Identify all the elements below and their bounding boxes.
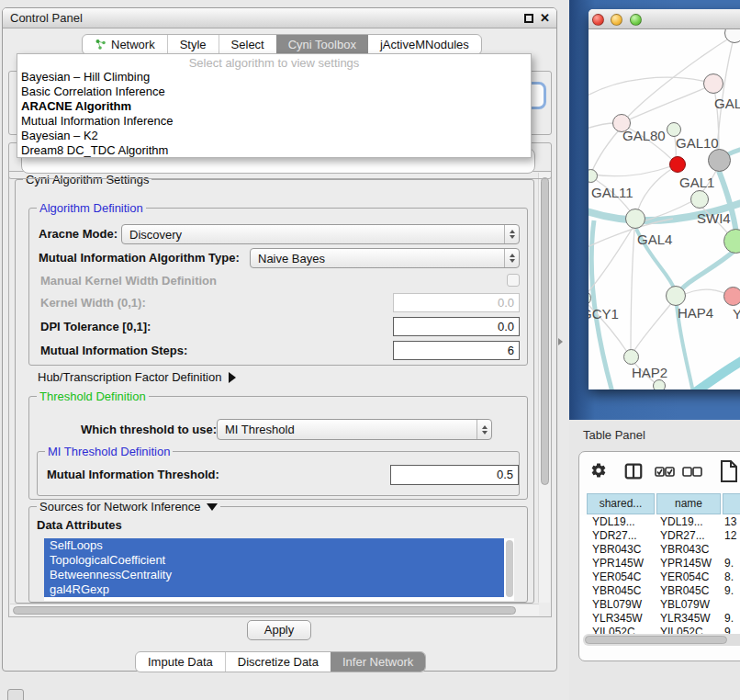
manual-kernel-checkbox[interactable]: [507, 274, 520, 287]
tab-discretize-data[interactable]: Discretize Data: [225, 652, 331, 672]
list-item-gal4rgexp[interactable]: gal4RGexp: [44, 582, 504, 597]
cell-name[interactable]: YDL19...: [660, 515, 703, 529]
tab-jactivemnodules-label: jActiveMNodules: [380, 35, 469, 54]
cell-shared-name[interactable]: YBR043C: [592, 543, 641, 557]
table-horizontal-scrollbar-thumb[interactable]: [585, 636, 727, 644]
split-columns-icon[interactable]: [623, 461, 644, 481]
tab-infer-network[interactable]: Infer Network: [331, 652, 425, 672]
list-item-topologicalcoefficient[interactable]: TopologicalCoefficient: [44, 553, 504, 568]
tab-infer-network-label: Infer Network: [342, 652, 413, 672]
minimized-panel-icon[interactable]: [7, 689, 24, 700]
cell-shared-name[interactable]: YBL079W: [592, 598, 642, 612]
table-row[interactable]: YLR345W YLR345W 9.: [579, 612, 740, 626]
tab-select[interactable]: Select: [219, 35, 276, 54]
cell-value[interactable]: 9.: [724, 612, 734, 626]
hub-definition-expander[interactable]: Hub/Transcription Factor Definition: [38, 370, 236, 384]
dpi-tolerance-field[interactable]: 0.0: [393, 317, 520, 336]
cell-shared-name[interactable]: YDL19...: [592, 515, 635, 529]
select-all-rows-icon[interactable]: [655, 467, 675, 478]
horizontal-scrollbar-thumb[interactable]: [13, 606, 516, 615]
dropdown-item-bayesian-hill-climbing[interactable]: Bayesian – Hill Climbing: [17, 70, 531, 85]
table-row[interactable]: YDL19... YDL19... 13: [579, 515, 740, 529]
cell-value[interactable]: 9.: [724, 584, 734, 598]
deselect-rows-icon[interactable]: [682, 467, 702, 478]
cell-value[interactable]: 9.: [724, 557, 734, 570]
cell-name[interactable]: YLR345W: [660, 612, 711, 626]
cell-name[interactable]: YBL079W: [660, 598, 710, 612]
cell-shared-name[interactable]: YPR145W: [592, 557, 644, 570]
dropdown-item-basic-correlation[interactable]: Basic Correlation Inference: [17, 85, 531, 99]
node-gal1[interactable]: [690, 190, 709, 209]
cell-shared-name[interactable]: YLR345W: [592, 612, 643, 626]
dropdown-item-mutual-information[interactable]: Mutual Information Inference: [17, 114, 531, 129]
mi-steps-field[interactable]: 6: [393, 341, 520, 360]
mi-threshold-field[interactable]: 0.5: [390, 465, 519, 485]
aracne-mode-combo[interactable]: Discovery: [121, 224, 520, 244]
minimize-traffic-light-icon[interactable]: [611, 14, 622, 26]
control-panel-title: Control Panel: [10, 8, 83, 28]
panel-splitter-handle[interactable]: [558, 338, 563, 345]
list-item-selfloops[interactable]: SelfLoops: [44, 538, 504, 553]
zoom-traffic-light-icon[interactable]: [630, 14, 642, 26]
dropdown-item-aracne[interactable]: ARACNE Algorithm: [17, 99, 531, 114]
node-y-partial[interactable]: [723, 287, 740, 306]
stepper-arrows-icon: [504, 225, 519, 243]
table-row[interactable]: YBR043C YBR043C: [579, 543, 740, 557]
table-row[interactable]: YER054C YER054C 8.: [579, 570, 740, 584]
cell-value[interactable]: 13: [724, 515, 736, 529]
which-threshold-combo[interactable]: MI Threshold: [217, 419, 492, 440]
manual-kernel-label: Manual Kernel Width Definition: [40, 275, 217, 288]
aracne-mode-label: Aracne Mode:: [39, 224, 118, 244]
cell-name[interactable]: YBR043C: [660, 543, 709, 557]
tab-network[interactable]: Network: [83, 35, 167, 54]
apply-button[interactable]: Apply: [247, 620, 311, 640]
cell-value[interactable]: 8.: [724, 570, 734, 584]
tab-impute-data[interactable]: Impute Data: [136, 652, 225, 672]
kernel-width-field[interactable]: 0.0: [393, 293, 520, 312]
list-scrollbar-thumb[interactable]: [506, 540, 513, 597]
network-canvas[interactable]: GAL GAL80 GAL10 GAL1 GAL11 SWI4 GAL4 GCY…: [589, 29, 740, 390]
node-gal4[interactable]: [625, 209, 645, 229]
node-label-y: Y: [733, 306, 740, 322]
column-header-name[interactable]: name: [656, 493, 721, 514]
tab-jactivemnodules[interactable]: jActiveMNodules: [368, 35, 481, 54]
cell-name[interactable]: YDR27...: [660, 529, 705, 543]
cell-shared-name[interactable]: YER054C: [592, 570, 641, 584]
settings-horizontal-scrollbar[interactable]: [10, 604, 539, 615]
column-header-partial[interactable]: [723, 493, 740, 514]
cell-name[interactable]: YER054C: [660, 570, 709, 584]
collapse-down-icon[interactable]: [207, 503, 218, 511]
node-hap2[interactable]: [623, 349, 639, 365]
sources-title-text: Sources for Network Inference: [39, 500, 201, 514]
dropdown-item-bayesian-k2[interactable]: Bayesian – K2: [17, 129, 531, 143]
list-item-betweennesscentrality[interactable]: BetweennessCentrality: [44, 568, 504, 582]
node-gal10[interactable]: [708, 149, 731, 172]
new-document-icon[interactable]: [719, 459, 739, 483]
cell-shared-name[interactable]: YBR045C: [592, 584, 641, 598]
mi-type-combo[interactable]: Naive Bayes: [250, 248, 520, 268]
node-small-bottom[interactable]: [653, 379, 666, 390]
float-window-icon[interactable]: [524, 14, 533, 23]
table-row[interactable]: YDR27... YDR27... 12: [579, 529, 740, 543]
tab-style[interactable]: Style: [167, 35, 219, 54]
cell-shared-name[interactable]: YDR27...: [592, 529, 637, 543]
cell-value[interactable]: 12: [724, 529, 736, 543]
node-gal[interactable]: [703, 73, 723, 94]
dropdown-item-dream8[interactable]: Dream8 DC_TDC Algorithm: [17, 143, 531, 158]
close-icon[interactable]: ✕: [540, 11, 550, 25]
table-row[interactable]: YPR145W YPR145W 9.: [579, 557, 740, 570]
gear-icon[interactable]: [590, 462, 607, 479]
cell-name[interactable]: YBR045C: [660, 584, 709, 598]
vertical-scrollbar-thumb[interactable]: [541, 177, 549, 485]
cell-name[interactable]: YPR145W: [660, 557, 712, 570]
which-threshold-value: MI Threshold: [218, 423, 477, 436]
table-horizontal-scrollbar[interactable]: [583, 634, 740, 646]
tab-cyni-toolbox[interactable]: Cyni Toolbox: [276, 35, 368, 54]
node-hap4[interactable]: [666, 286, 686, 306]
table-row[interactable]: YBL079W YBL079W: [579, 598, 740, 612]
column-header-shared-name[interactable]: shared...: [587, 493, 655, 514]
settings-vertical-scrollbar[interactable]: [538, 173, 550, 603]
table-row[interactable]: YBR045C YBR045C 9.: [579, 584, 740, 598]
node-red-selected[interactable]: [669, 156, 686, 173]
close-traffic-light-icon[interactable]: [592, 14, 604, 26]
